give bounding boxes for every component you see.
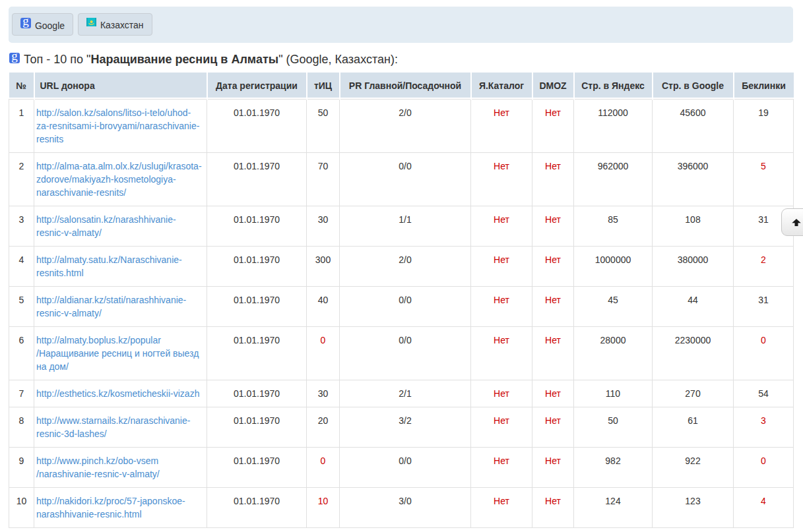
svg-text:g: g: [11, 53, 18, 63]
svg-text:g: g: [22, 18, 29, 28]
